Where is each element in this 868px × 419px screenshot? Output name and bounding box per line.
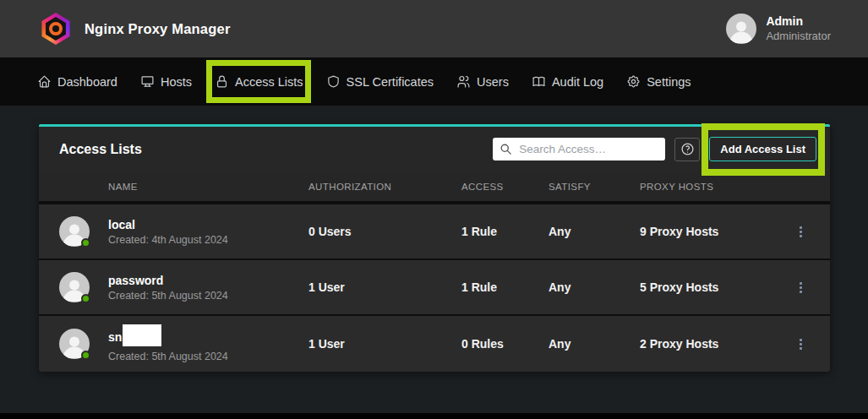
table-row[interactable]: sn Created: 5th August 2024 1 User 0 Rul… — [39, 316, 830, 372]
access-list-name: local — [108, 218, 135, 231]
main-nav: Dashboard Hosts Access Lists SSL Certifi… — [0, 57, 868, 106]
panel-header: Access Lists Add Access List — [39, 127, 830, 171]
book-icon — [532, 74, 546, 89]
created-date: Created: 4th August 2024 — [108, 234, 228, 246]
panel-title: Access Lists — [59, 142, 142, 157]
page-content: Access Lists Add Access List NAME AUTHOR… — [0, 106, 868, 419]
users-icon — [456, 74, 471, 89]
lock-icon — [215, 74, 229, 89]
row-menu-button[interactable] — [796, 335, 805, 353]
row-avatar — [59, 272, 90, 302]
satisfy-value: Any — [549, 337, 640, 351]
created-date: Created: 5th August 2024 — [108, 351, 228, 362]
nav-item-audit-log[interactable]: Audit Log — [532, 74, 603, 89]
nav-label: Users — [477, 75, 509, 89]
proxy-hosts-value: 2 Proxy Hosts — [640, 337, 774, 351]
nav-item-hosts[interactable]: Hosts — [140, 74, 192, 89]
row-avatar — [59, 329, 90, 359]
nav-label: Audit Log — [552, 75, 603, 89]
nav-item-access-lists[interactable]: Access Lists — [215, 74, 303, 89]
online-status-dot — [81, 351, 90, 360]
user-avatar — [726, 14, 756, 44]
authorization-value: 1 User — [308, 337, 461, 351]
shield-icon — [326, 74, 341, 89]
column-header-proxy-hosts: PROXY HOSTS — [640, 182, 774, 192]
app-title: Nginx Proxy Manager — [85, 21, 231, 37]
app-logo-icon — [41, 13, 71, 45]
gear-icon — [626, 74, 641, 89]
add-access-list-button[interactable]: Add Access List — [709, 137, 816, 161]
user-name: Admin — [766, 14, 831, 30]
help-button[interactable] — [674, 138, 700, 161]
proxy-hosts-value: 9 Proxy Hosts — [640, 225, 774, 238]
column-header-access: ACCESS — [461, 182, 549, 192]
help-icon — [680, 142, 695, 156]
column-header-satisfy: SATISFY — [549, 182, 640, 192]
nav-item-dashboard[interactable]: Dashboard — [37, 74, 117, 89]
nav-label: Access Lists — [235, 75, 303, 89]
access-value: 0 Rules — [461, 337, 549, 351]
access-lists-panel: Access Lists Add Access List NAME AUTHOR… — [39, 124, 830, 372]
access-value: 1 Rule — [461, 225, 549, 238]
access-list-name: password — [108, 274, 163, 287]
user-role: Administrator — [766, 30, 831, 43]
search-input[interactable] — [493, 138, 665, 161]
row-menu-button[interactable] — [796, 279, 805, 297]
created-date: Created: 5th August 2024 — [108, 290, 228, 302]
online-status-dot — [81, 294, 90, 303]
nav-label: Dashboard — [57, 75, 117, 89]
row-avatar — [59, 216, 90, 247]
proxy-hosts-value: 5 Proxy Hosts — [640, 280, 774, 294]
nav-item-users[interactable]: Users — [456, 74, 509, 89]
app-header: Nginx Proxy Manager Admin Administrator — [0, 0, 868, 57]
table-row[interactable]: password Created: 5th August 2024 1 User… — [39, 260, 830, 316]
user-menu[interactable]: Admin Administrator — [726, 14, 831, 44]
column-header-name: NAME — [39, 182, 308, 192]
redaction-box — [123, 324, 161, 346]
nav-label: Settings — [647, 75, 691, 89]
nav-label: Hosts — [161, 75, 192, 89]
satisfy-value: Any — [549, 280, 640, 294]
home-icon — [37, 74, 52, 89]
online-status-dot — [81, 238, 90, 248]
nav-label: SSL Certificates — [347, 75, 434, 89]
access-value: 1 Rule — [461, 280, 549, 294]
authorization-value: 1 User — [308, 280, 461, 294]
monitor-icon — [140, 74, 155, 89]
bottom-strip — [0, 413, 868, 419]
search-icon — [500, 143, 512, 155]
table-row[interactable]: local Created: 4th August 2024 0 Users 1… — [39, 204, 830, 260]
nav-item-ssl-certificates[interactable]: SSL Certificates — [326, 74, 434, 89]
access-list-name: sn — [108, 330, 122, 344]
authorization-value: 0 Users — [308, 225, 461, 238]
nav-item-settings[interactable]: Settings — [626, 74, 691, 89]
column-header-authorization: AUTHORIZATION — [308, 182, 461, 192]
row-menu-button[interactable] — [796, 223, 805, 241]
table-header: NAME AUTHORIZATION ACCESS SATISFY PROXY … — [39, 171, 830, 204]
satisfy-value: Any — [549, 225, 640, 238]
